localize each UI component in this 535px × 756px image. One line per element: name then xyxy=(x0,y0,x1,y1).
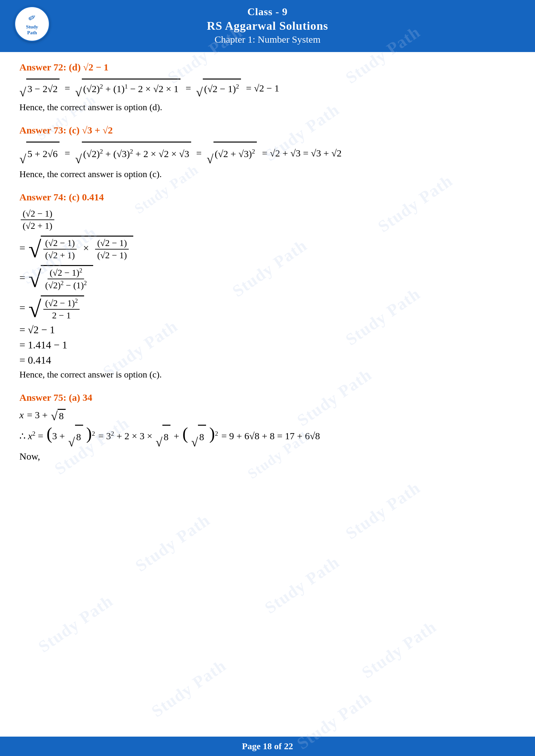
answer-75-title: Answer 75: (a) 34 xyxy=(19,392,516,403)
answer-74-step4: = √2 − 1 xyxy=(19,324,516,336)
answer-74-hence: Hence, the correct answer is option (c). xyxy=(19,369,516,380)
header-class: Class - 9 xyxy=(7,6,528,18)
answer-74-step6: = 0.414 xyxy=(19,354,516,366)
logo: ✏ StudyPath xyxy=(8,5,56,43)
answer-73: Answer 73: (c) √3 + √2 √ 5 + 2√6 = √ (√2… xyxy=(19,125,516,179)
answer-74-step3: = √ (√2 − 1)2 2 − 1 xyxy=(19,295,516,321)
answer-72-title: Answer 72: (d) √2 − 1 xyxy=(19,62,516,73)
answer-74-step1: = √ (√2 − 1) (√2 + 1) × (√2 − 1) (√2 − 1… xyxy=(19,236,516,260)
answer-75-x2: ∴ x2 = (3 + √ 8 )2 = 32 + 2 × 3 × √ 8 + … xyxy=(19,425,516,448)
answer-73-math: √ 5 + 2√6 = √ (√2)2 + (√3)2 + 2 × √2 × √… xyxy=(19,142,516,165)
answer-75: Answer 75: (a) 34 x = 3 + √ 8 ∴ x2 = (3 … xyxy=(19,392,516,462)
answer-72-math: √ 3 − 2√2 = √ (√2)2 + (1)1 − 2 × √2 × 1 … xyxy=(19,79,516,97)
header-chapter: Chapter 1: Number System xyxy=(7,34,528,45)
answer-72-hence: Hence, the correct answer is option (d). xyxy=(19,102,516,113)
answer-74: Answer 74: (c) 0.414 (√2 − 1) (√2 + 1) =… xyxy=(19,192,516,380)
main-content: Answer 72: (d) √2 − 1 √ 3 − 2√2 = √ (√2)… xyxy=(0,52,535,487)
logo-text: StudyPath xyxy=(26,24,38,36)
header-book: RS Aggarwal Solutions xyxy=(7,19,528,33)
pen-icon: ✏ xyxy=(26,11,38,24)
page-footer: Page 18 of 22 xyxy=(0,737,535,756)
answer-74-step5: = 1.414 − 1 xyxy=(19,339,516,351)
answer-73-hence: Hence, the correct answer is option (c). xyxy=(19,169,516,179)
answer-75-def: x = 3 + √ 8 xyxy=(19,409,516,421)
answer-75-now: Now, xyxy=(19,451,516,462)
answer-74-frac-top: (√2 − 1) (√2 + 1) xyxy=(19,208,516,231)
answer-74-title: Answer 74: (c) 0.414 xyxy=(19,192,516,202)
page-header: ✏ StudyPath Class - 9 RS Aggarwal Soluti… xyxy=(0,0,535,52)
answer-72: Answer 72: (d) √2 − 1 √ 3 − 2√2 = √ (√2)… xyxy=(19,62,516,113)
answer-74-step2: = √ (√2 − 1)2 (√2)2 − (1)2 xyxy=(19,265,516,291)
answer-73-title: Answer 73: (c) √3 + √2 xyxy=(19,125,516,136)
